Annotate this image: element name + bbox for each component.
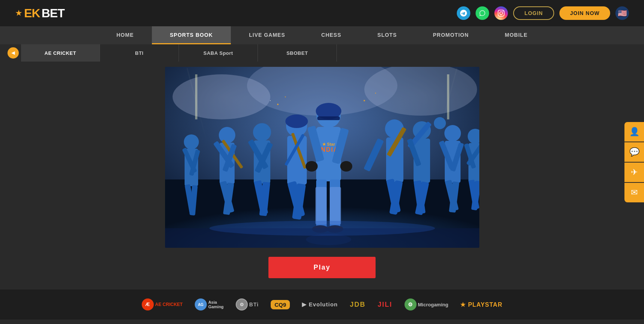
nav-item-sportsbook[interactable]: SPORTS BOOK	[152, 26, 231, 44]
svg-point-10	[285, 96, 286, 98]
ag-logo-label: AsiaGaming	[208, 300, 224, 309]
playstar-logo-label: ★ PLAYSTAR	[460, 301, 502, 308]
svg-rect-53	[315, 187, 327, 225]
svg-point-14	[184, 134, 199, 149]
nav-item-promotion[interactable]: PROMOTION	[415, 26, 486, 44]
svg-rect-43	[317, 116, 340, 120]
footer-logo-playstar[interactable]: ★ PLAYSTAR	[460, 301, 502, 308]
sub-tab-saba-sport[interactable]: SABA Sport	[179, 44, 258, 62]
whatsapp-sidebar-button[interactable]: 💬	[624, 142, 644, 162]
svg-point-9	[277, 104, 279, 105]
footer-logo-jdb[interactable]: JDB	[350, 301, 366, 309]
nav-items-list: HOME SPORTS BOOK LIVE GAMES CHESS SLOTS …	[98, 26, 546, 44]
svg-rect-7	[195, 74, 197, 119]
main-content: ★ Star INDIA	[0, 62, 644, 248]
svg-point-13	[375, 93, 376, 94]
footer-logo-bti[interactable]: ⊙ BTi	[236, 298, 259, 310]
footer-logo-jili[interactable]: JILI	[378, 301, 392, 309]
nav-item-slots[interactable]: SLOTS	[359, 26, 415, 44]
evolution-logo-label: ▶ Evolution	[302, 301, 338, 308]
top-bar: ★ EK BET LOGIN JOIN NOW 🇺🇸	[0, 0, 644, 26]
right-sidebar: 👤 💬 ✈ ✉	[624, 122, 644, 202]
svg-point-35	[285, 115, 308, 128]
svg-point-49	[306, 161, 318, 172]
svg-point-83	[209, 221, 435, 236]
logo-star: ★	[15, 8, 23, 18]
footer-logo-microgaming[interactable]: ⚙ Microgaming	[405, 298, 449, 310]
game-banner: ★ Star INDIA	[165, 67, 479, 248]
telegram-sidebar-button[interactable]: ✈	[624, 163, 644, 182]
jdb-logo-label: JDB	[350, 301, 366, 309]
logo[interactable]: ★ EK BET	[15, 6, 64, 20]
footer-logo-evolution[interactable]: ▶ Evolution	[302, 301, 338, 308]
svg-point-11	[270, 100, 271, 101]
main-navigation: HOME SPORTS BOOK LIVE GAMES CHESS SLOTS …	[0, 26, 644, 44]
svg-rect-54	[330, 187, 341, 225]
footer-logo-cq9[interactable]: CQ9	[271, 300, 290, 309]
sub-tab-sbobet[interactable]: SBOBET	[258, 44, 337, 62]
svg-point-66	[434, 117, 446, 129]
svg-point-20	[219, 127, 235, 143]
bti-logo-label: BTi	[249, 301, 259, 307]
nav-item-chess[interactable]: CHESS	[303, 26, 359, 44]
ag-logo-icon: AG	[195, 298, 207, 310]
logo-ek: EK	[24, 6, 40, 20]
nav-item-livegames[interactable]: LIVE GAMES	[231, 26, 303, 44]
login-button[interactable]: LOGIN	[513, 6, 554, 20]
svg-rect-8	[447, 74, 449, 119]
svg-point-50	[340, 161, 352, 172]
sub-nav-arrow[interactable]: ◄	[8, 47, 19, 59]
footer-logos: Æ AE CRICKET AG AsiaGaming ⊙ BTi CQ9 ▶ E…	[0, 289, 644, 319]
ae-cricket-logo-label: AE CRICKET	[155, 302, 183, 307]
nav-item-home[interactable]: HOME	[98, 26, 152, 44]
microgaming-logo-label: Microgaming	[418, 302, 449, 307]
whatsapp-link[interactable]	[476, 6, 489, 20]
language-selector[interactable]: 🇺🇸	[615, 6, 629, 20]
sub-tab-ae-cricket[interactable]: AE CRICKET	[21, 44, 100, 62]
footer-logo-ae-cricket[interactable]: Æ AE CRICKET	[142, 298, 183, 310]
nav-item-mobile[interactable]: MOBILE	[487, 26, 546, 44]
microgaming-logo-icon: ⚙	[405, 298, 417, 310]
instagram-link[interactable]	[494, 6, 508, 20]
svg-text:★ Star: ★ Star	[322, 142, 335, 146]
telegram-link[interactable]	[457, 6, 470, 20]
customer-support-button[interactable]: 👤	[624, 122, 644, 142]
bti-logo-icon: ⊙	[236, 298, 248, 310]
footer-logo-ag[interactable]: AG AsiaGaming	[195, 298, 224, 310]
logo-bet: BET	[41, 6, 64, 20]
play-button[interactable]: Play	[268, 257, 376, 278]
sub-nav-tabs: AE CRICKET BTI SABA Sport SBOBET	[21, 44, 337, 62]
top-right-actions: LOGIN JOIN NOW 🇺🇸	[457, 6, 629, 20]
cq9-logo-icon: CQ9	[271, 300, 290, 309]
jili-logo-label: JILI	[378, 301, 392, 309]
svg-point-27	[253, 123, 271, 141]
join-button[interactable]: JOIN NOW	[559, 6, 610, 20]
svg-point-70	[444, 125, 461, 142]
cricket-banner-visual: ★ Star INDIA	[165, 67, 479, 248]
ae-cricket-logo-icon: Æ	[142, 298, 154, 310]
email-sidebar-button[interactable]: ✉	[624, 183, 644, 202]
svg-point-12	[364, 100, 365, 101]
play-section: Play	[0, 248, 644, 289]
sub-navigation: ◄ AE CRICKET BTI SABA Sport SBOBET	[0, 44, 644, 62]
sub-tab-bti[interactable]: BTI	[100, 44, 179, 62]
